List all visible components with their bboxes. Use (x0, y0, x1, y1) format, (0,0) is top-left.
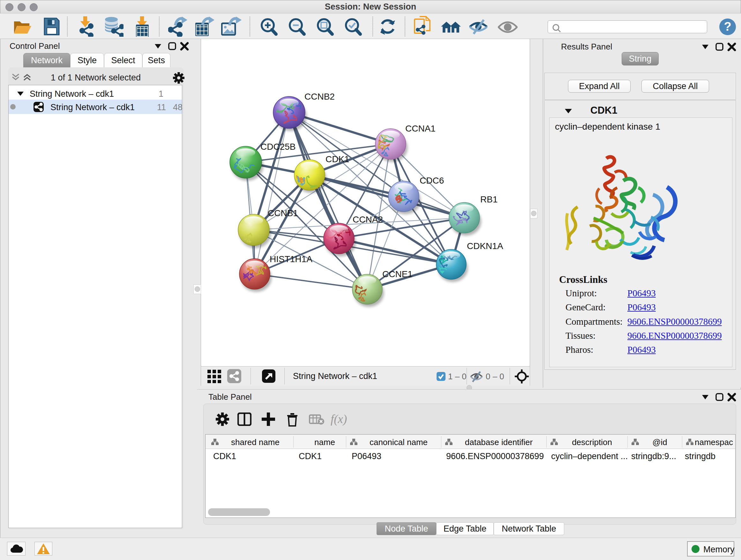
svg-text:CCNE1: CCNE1 (382, 269, 413, 279)
svg-text:CDC25B: CDC25B (260, 142, 295, 152)
svg-text:?: ? (724, 20, 731, 33)
svg-text:CCNB1: CCNB1 (268, 208, 298, 218)
svg-text:CCNA2: CCNA2 (353, 214, 383, 225)
svg-text:CCNB2: CCNB2 (305, 91, 335, 102)
svg-text:CDKN1A: CDKN1A (467, 241, 503, 251)
svg-text:CCNA1: CCNA1 (405, 124, 435, 133)
svg-text:CDK1: CDK1 (326, 154, 349, 164)
svg-text:HIST1H1A: HIST1H1A (270, 254, 313, 264)
svg-text:CDC6: CDC6 (420, 176, 444, 186)
svg-text:RB1: RB1 (480, 194, 497, 204)
